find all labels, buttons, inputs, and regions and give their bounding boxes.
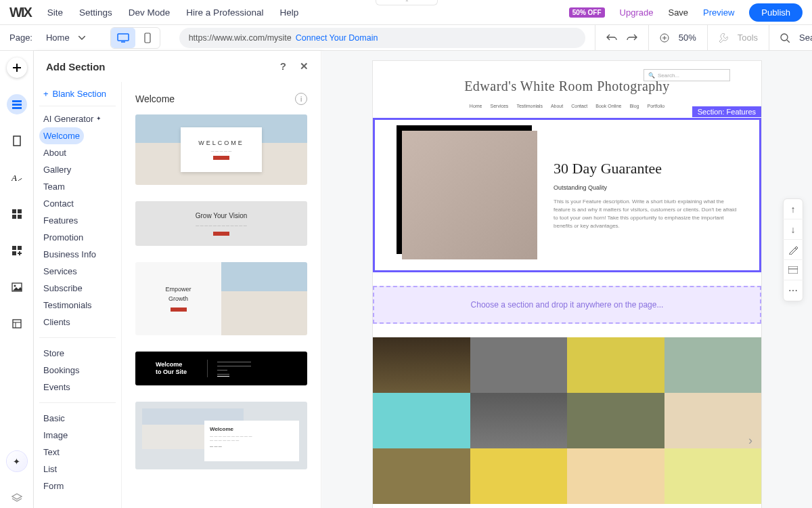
nav-contact[interactable]: Contact [571, 104, 587, 108]
move-down-button[interactable]: ↓ [783, 219, 803, 240]
template-welcome-2[interactable]: Grow Your Vision— — — — — — — — — — — — [135, 201, 307, 246]
template-welcome-5[interactable]: Welcome— — — — — — — — — —— — — — — — ——… [135, 402, 307, 469]
cat-list[interactable]: List [39, 461, 116, 478]
svg-point-6 [781, 34, 788, 41]
undo-button[interactable] [606, 33, 617, 43]
publish-button[interactable]: Publish [749, 3, 803, 22]
nav-services[interactable]: Services [491, 104, 509, 108]
upgrade-link[interactable]: Upgrade [620, 7, 654, 18]
edit-button[interactable] [783, 240, 803, 260]
nav-testimonials[interactable]: Testimonials [516, 104, 543, 108]
gallery-cell[interactable] [664, 448, 762, 504]
mobile-view-button[interactable] [135, 28, 160, 48]
gallery-next-arrow[interactable]: › [744, 433, 757, 447]
nav-blog[interactable]: Blog [629, 104, 639, 108]
nav-home[interactable]: Home [470, 104, 482, 108]
layout-button[interactable] [783, 260, 803, 280]
cat-contact[interactable]: Contact [39, 195, 116, 212]
redo-button[interactable] [627, 33, 637, 43]
gallery-cell[interactable] [567, 448, 664, 504]
menu-dev-mode[interactable]: Dev Mode [129, 7, 171, 18]
cat-features[interactable]: Features [39, 212, 116, 229]
cat-subscribe[interactable]: Subscribe [39, 280, 116, 297]
cms-button[interactable] [7, 314, 27, 334]
move-up-button[interactable]: ↑ [783, 199, 803, 219]
cat-bookings[interactable]: Bookings [39, 362, 116, 379]
theme-button[interactable]: A [7, 167, 27, 188]
cat-team[interactable]: Team [39, 178, 116, 195]
template-welcome-4[interactable]: Welcometo Our Site——————————————————————… [135, 352, 307, 385]
apps-button[interactable] [7, 204, 27, 224]
cat-gallery[interactable]: Gallery [39, 161, 116, 178]
preview-button[interactable]: Preview [703, 7, 734, 18]
layers-button[interactable] [7, 488, 27, 508]
gallery-cell[interactable] [373, 393, 470, 448]
svg-rect-20 [18, 246, 22, 250]
blank-section-button[interactable]: +Blank Section [39, 82, 116, 106]
cat-ai-generator[interactable]: AI Generator✦ [39, 110, 116, 127]
template-welcome-1[interactable]: WELCOME— — — — — [135, 114, 307, 185]
panel-close-button[interactable]: ✕ [300, 60, 309, 72]
gallery-cell[interactable] [470, 448, 568, 504]
gallery-cell[interactable] [567, 393, 664, 448]
page-dropdown[interactable]: Home [46, 33, 87, 43]
menu-settings[interactable]: Settings [79, 7, 112, 18]
cat-welcome[interactable]: Welcome [39, 127, 84, 144]
gallery-cell[interactable] [567, 337, 664, 393]
more-button[interactable]: ⋯ [783, 280, 803, 301]
add-button[interactable] [7, 58, 27, 78]
nav-about[interactable]: About [551, 104, 563, 108]
menu-hire[interactable]: Hire a Professional [186, 7, 263, 18]
search-icon [780, 33, 790, 43]
gallery-cell[interactable] [470, 393, 568, 448]
gallery-cell[interactable] [373, 448, 470, 504]
nav-portfolio[interactable]: Portfolio [647, 104, 664, 108]
cat-services[interactable]: Services [39, 263, 116, 280]
site-search-input[interactable]: 🔍Search... [644, 69, 730, 81]
cat-testimonials[interactable]: Testimonials [39, 297, 116, 314]
drop-zone[interactable]: Choose a section and drop it anywhere on… [373, 286, 761, 324]
ai-button[interactable]: ✦ [7, 451, 27, 471]
cat-text[interactable]: Text [39, 444, 116, 461]
save-button[interactable]: Save [668, 7, 688, 18]
gallery-cell[interactable] [664, 337, 762, 393]
media-button[interactable] [7, 277, 27, 297]
cat-basic[interactable]: Basic [39, 410, 116, 427]
cat-promotion[interactable]: Promotion [39, 229, 116, 246]
editor-canvas[interactable]: 🔍Search... Edward's White Room Photograp… [322, 51, 812, 508]
svg-rect-19 [12, 246, 16, 250]
gallery-cell[interactable] [373, 337, 470, 393]
search-button[interactable]: Search [769, 25, 812, 51]
connect-domain-link[interactable]: Connect Your Domain [296, 33, 378, 43]
template-welcome-3[interactable]: EmpowerGrowth [135, 262, 307, 335]
add-app-button[interactable] [7, 240, 27, 261]
add-section-panel: Add Section ? ✕ +Blank Section AI Genera… [34, 51, 321, 508]
panel-title: Add Section [46, 61, 106, 72]
category-list: +Blank Section AI Generator✦ WelcomeAbou… [34, 82, 122, 508]
gallery-cell[interactable] [470, 337, 568, 393]
cat-store[interactable]: Store [39, 345, 116, 362]
cat-business-info[interactable]: Business Info [39, 246, 116, 263]
url-bar[interactable]: https://www.wix.com/mysite Connect Your … [179, 28, 585, 48]
cat-form[interactable]: Form [39, 478, 116, 494]
tools-button[interactable]: Tools [707, 25, 769, 51]
nav-book-online[interactable]: Book Online [595, 104, 621, 108]
desktop-view-button[interactable] [111, 28, 135, 48]
pages-button[interactable] [7, 131, 27, 151]
cat-about[interactable]: About [39, 144, 116, 161]
svg-line-7 [787, 40, 790, 43]
info-icon[interactable]: i [295, 93, 307, 105]
zoom-value: 50% [679, 33, 696, 43]
menu-site[interactable]: Site [47, 7, 63, 18]
panel-help-button[interactable]: ? [280, 60, 286, 72]
second-bar: Page: Home https://www.wix.com/mysite Co… [0, 25, 812, 51]
section-features[interactable]: Section: Features 30 Day Guarantee Outst… [373, 118, 761, 272]
sections-button[interactable] [7, 94, 27, 114]
menu-help[interactable]: Help [279, 7, 298, 18]
zoom-control[interactable]: 50% [648, 25, 707, 51]
cat-clients[interactable]: Clients [39, 314, 116, 331]
cat-image[interactable]: Image [39, 427, 116, 444]
search-icon: 🔍 [648, 72, 655, 79]
cat-events[interactable]: Events [39, 379, 116, 396]
collapse-handle[interactable]: ⌃ [376, 0, 438, 5]
